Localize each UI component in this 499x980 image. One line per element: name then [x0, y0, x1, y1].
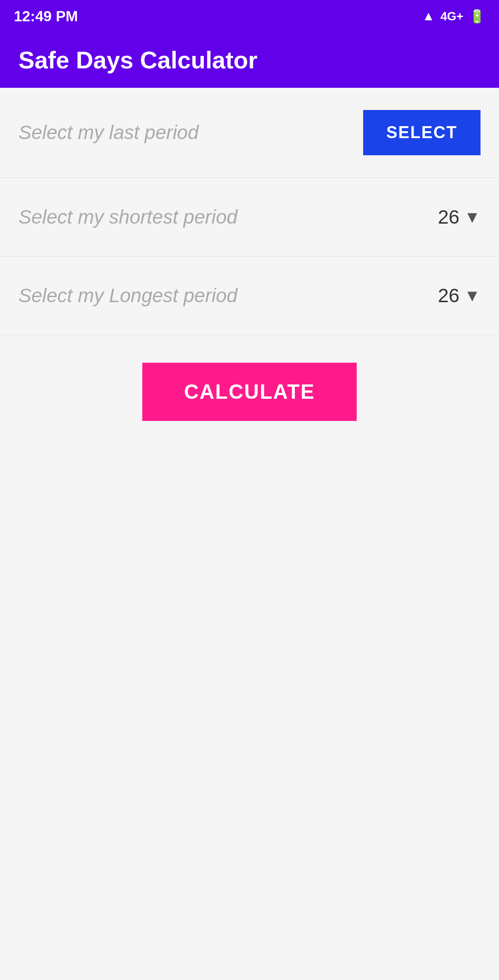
- status-time: 12:49 PM: [14, 8, 78, 25]
- shortest-period-row: Select my shortest period 26 ▼: [0, 178, 499, 256]
- empty-content-area: [0, 449, 499, 980]
- longest-period-value: 26: [438, 285, 460, 307]
- app-bar: Safe Days Calculator: [0, 32, 499, 88]
- longest-period-arrow-icon: ▼: [464, 286, 481, 305]
- network-badge: 4G+: [440, 9, 463, 24]
- app-title: Safe Days Calculator: [18, 46, 257, 74]
- calculate-section: CALCULATE: [0, 335, 499, 449]
- signal-icon: ▲: [422, 9, 435, 24]
- shortest-period-dropdown[interactable]: 26 ▼: [438, 206, 481, 228]
- calculate-button[interactable]: CALCULATE: [142, 363, 357, 421]
- longest-period-dropdown[interactable]: 26 ▼: [438, 285, 481, 307]
- last-period-row: Select my last period SELECT: [0, 88, 499, 178]
- status-bar: 12:49 PM ▲ 4G+ 🔋: [0, 0, 499, 32]
- main-content: Select my last period SELECT Select my s…: [0, 88, 499, 980]
- shortest-period-label: Select my shortest period: [18, 206, 438, 228]
- longest-period-row: Select my Longest period 26 ▼: [0, 256, 499, 335]
- battery-icon: 🔋: [469, 9, 485, 24]
- status-icons: ▲ 4G+ 🔋: [422, 9, 485, 24]
- longest-period-label: Select my Longest period: [18, 285, 438, 307]
- last-period-label: Select my last period: [18, 122, 363, 144]
- select-last-period-button[interactable]: SELECT: [363, 110, 481, 155]
- shortest-period-arrow-icon: ▼: [464, 207, 481, 227]
- shortest-period-value: 26: [438, 206, 460, 228]
